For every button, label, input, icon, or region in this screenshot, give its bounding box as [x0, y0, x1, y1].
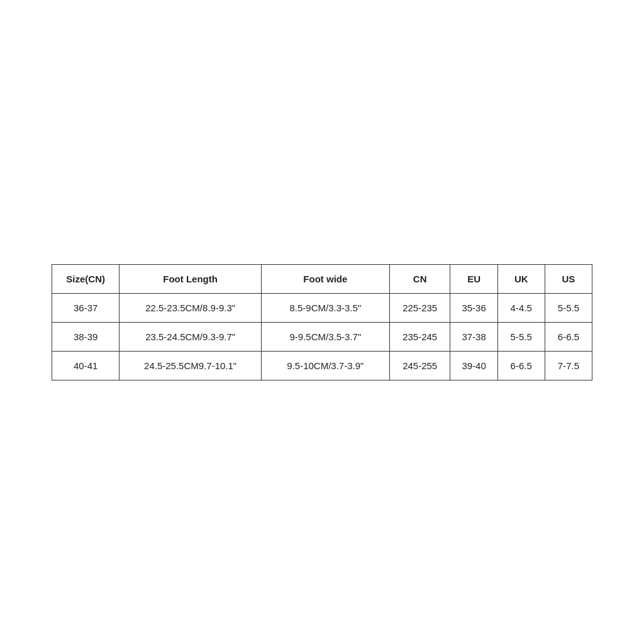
header-foot-wide: Foot wide	[261, 264, 389, 293]
cell-us: 6-6.5	[545, 322, 592, 351]
cell-size-cn: 38-39	[52, 322, 119, 351]
cell-foot-length: 24.5-25.5CM9.7-10.1"	[119, 351, 261, 380]
cell-eu: 37-38	[450, 322, 497, 351]
cell-foot-length: 23.5-24.5CM/9.3-9.7"	[119, 322, 261, 351]
header-us: US	[545, 264, 592, 293]
cell-uk: 6-6.5	[497, 351, 545, 380]
cell-uk: 4-4.5	[497, 293, 545, 322]
cell-size-cn: 40-41	[52, 351, 119, 380]
size-chart-table: Size(CN) Foot Length Foot wide CN EU UK …	[52, 264, 592, 380]
header-uk: UK	[497, 264, 545, 293]
header-eu: EU	[450, 264, 497, 293]
cell-us: 5-5.5	[545, 293, 592, 322]
cell-foot-wide: 8.5-9CM/3.3-3.5"	[261, 293, 389, 322]
cell-cn: 245-255	[389, 351, 450, 380]
cell-size-cn: 36-37	[52, 293, 119, 322]
size-chart-container: Size(CN) Foot Length Foot wide CN EU UK …	[52, 264, 592, 380]
header-foot-length: Foot Length	[119, 264, 261, 293]
table-header-row: Size(CN) Foot Length Foot wide CN EU UK …	[52, 264, 592, 293]
cell-cn: 235-245	[389, 322, 450, 351]
cell-uk: 5-5.5	[497, 322, 545, 351]
table-row: 40-4124.5-25.5CM9.7-10.1"9.5-10CM/3.7-3.…	[52, 351, 592, 380]
cell-eu: 39-40	[450, 351, 497, 380]
table-row: 38-3923.5-24.5CM/9.3-9.7"9-9.5CM/3.5-3.7…	[52, 322, 592, 351]
header-size-cn: Size(CN)	[52, 264, 119, 293]
table-row: 36-3722.5-23.5CM/8.9-9.3"8.5-9CM/3.3-3.5…	[52, 293, 592, 322]
cell-cn: 225-235	[389, 293, 450, 322]
header-cn: CN	[389, 264, 450, 293]
cell-us: 7-7.5	[545, 351, 592, 380]
cell-foot-length: 22.5-23.5CM/8.9-9.3"	[119, 293, 261, 322]
cell-eu: 35-36	[450, 293, 497, 322]
cell-foot-wide: 9-9.5CM/3.5-3.7"	[261, 322, 389, 351]
cell-foot-wide: 9.5-10CM/3.7-3.9"	[261, 351, 389, 380]
